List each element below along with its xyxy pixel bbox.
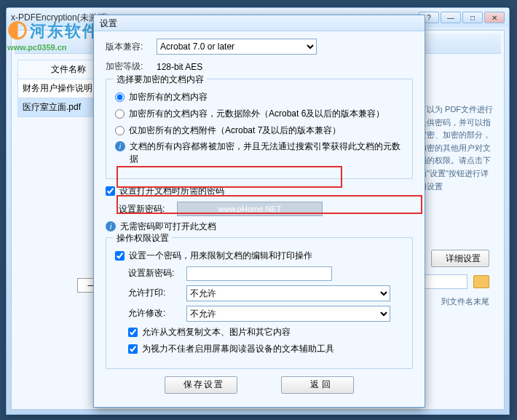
minimize-button[interactable]: — [441,12,461,23]
folder-icon[interactable] [473,275,489,288]
append-label: 到文件名末尾 [441,296,489,307]
open-password-input[interactable] [177,202,323,216]
permissions-fieldset: 操作权限设置 设置一个密码，用来限制文档的编辑和打印操作 设置新密码: 允许打印… [106,237,413,368]
modify-label: 允许修改: [128,307,186,320]
encrypt-attachments-radio[interactable]: 仅加密所有的文档附件（Acrobat 7及以后的版本兼容） [115,124,403,137]
print-select[interactable]: 不允许 [186,285,390,301]
fieldset-legend: 选择要加密的文档内容 [114,74,207,86]
content-encrypt-fieldset: 选择要加密的文档内容 加密所有的文档内容 加密所有的文档内容，元数据除外（Acr… [106,79,413,179]
allow-accessibility-check[interactable]: 为视力不佳者启用屏幕阅读器设备的文本辅助工具 [128,343,403,355]
perm-password-check[interactable]: 设置一个密码，用来限制文档的编辑和打印操作 [115,250,403,262]
info-note: i 文档的所有内容都将被加密，并且无法通过搜索引擎获得此文档的元数据 [115,140,403,165]
description-text: 可以为 PDF文件进行提供密码，并可以指定密、加密的部分，加密的其他用户对文档的… [419,103,495,193]
encrypt-except-meta-radio[interactable]: 加密所有的文档内容，元数据除外（Acrobat 6及以后的版本兼容） [115,108,403,120]
perm-password-label: 设置新密码: [128,267,186,280]
compat-select[interactable]: Acrobat 7.0 or later [157,39,317,55]
back-button[interactable]: 返 回 [281,376,354,394]
close-button[interactable]: ✕ [484,12,505,23]
settings-dialog: 设置 版本兼容: Acrobat 7.0 or later 加密等级: 128-… [93,15,425,408]
info-icon: i [106,221,116,231]
detail-settings-button[interactable]: 详细设置 [431,250,489,267]
enc-level-value: 128-bit AES [157,62,202,72]
encrypt-all-radio[interactable]: 加密所有的文档内容 [115,91,403,103]
print-label: 允许打印: [128,287,186,299]
info-icon: i [115,141,125,151]
allow-copy-check[interactable]: 允许从文档复制文本、图片和其它内容 [128,326,403,338]
fieldset-legend: 操作权限设置 [114,232,172,245]
open-password-check[interactable]: 设置打开文档时所需的密码 [106,185,413,197]
save-button[interactable]: 保存设置 [165,376,237,394]
compat-label: 版本兼容: [106,41,157,53]
dialog-title: 设置 [94,15,425,31]
open-password-label: 设置新密码: [119,203,177,215]
modify-select[interactable]: 不允许 [186,306,390,322]
maximize-button[interactable]: □ [462,12,483,23]
perm-password-input[interactable] [186,266,332,281]
no-password-note: i 无需密码即可打开此文档 [106,221,413,233]
enc-level-label: 加密等级: [106,60,157,73]
